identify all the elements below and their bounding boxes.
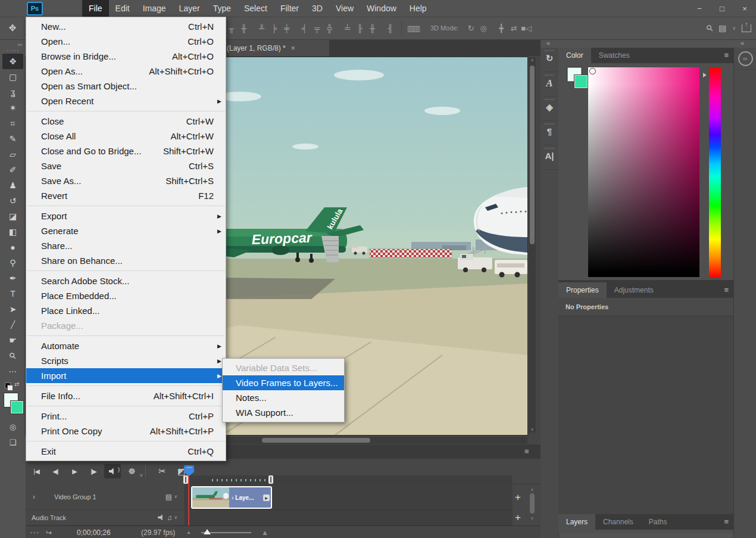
- menu-view[interactable]: View: [329, 0, 360, 17]
- add-video-track-button[interactable]: +: [511, 491, 524, 504]
- timeline-zoom-thumb[interactable]: [204, 529, 211, 534]
- work-area-end-handle[interactable]: [268, 475, 273, 484]
- default-colors-icon[interactable]: ⇄: [0, 380, 26, 392]
- 3d-roll-icon[interactable]: ◎: [477, 24, 490, 33]
- item-open-as[interactable]: Open As...Alt+Shift+Ctrl+O: [26, 64, 226, 79]
- color-panel-menu-icon[interactable]: ≡: [724, 51, 729, 60]
- collapse-panels-icon[interactable]: «: [546, 39, 550, 46]
- document-tab[interactable]: (Layer 1, RGB/8) * ×: [222, 40, 329, 56]
- transport-button[interactable]: [145, 465, 146, 478]
- timeline-menu-icon[interactable]: ≡: [524, 447, 529, 456]
- line-tool[interactable]: ╱: [2, 317, 23, 332]
- collapse-dock-icon[interactable]: «: [741, 39, 744, 46]
- video-group-header[interactable]: › Video Group 1 ▤ ∨: [26, 484, 185, 510]
- align-left-edges-icon[interactable]: ╞: [268, 24, 280, 33]
- scroll-down-icon[interactable]: ∨: [529, 427, 536, 432]
- distribute-top-icon[interactable]: ╤: [311, 24, 323, 33]
- distribute-bottom-icon[interactable]: ╧: [341, 24, 354, 33]
- 3d-slide-icon[interactable]: ⇄: [508, 24, 520, 33]
- item-place-linked[interactable]: Place Linked...: [26, 303, 226, 318]
- spot-healing-brush-tool[interactable]: ▱: [2, 147, 23, 162]
- item-file-info[interactable]: File Info...Alt+Shift+Ctrl+I: [26, 388, 226, 403]
- minimize-button[interactable]: −: [688, 0, 711, 17]
- character-panel-icon[interactable]: A: [541, 72, 558, 97]
- item-close-and-go-to-bridge[interactable]: Close and Go to Bridge...Shift+Ctrl+W: [26, 144, 226, 158]
- filmstrip-icon[interactable]: ▤: [165, 493, 172, 501]
- music-note-icon[interactable]: ♫: [167, 514, 172, 522]
- item-open-as-smart-object[interactable]: Open as Smart Object...: [26, 79, 226, 94]
- color-picker-ring[interactable]: [589, 68, 596, 74]
- background-color-swatch[interactable]: [11, 401, 23, 413]
- maximize-button[interactable]: □: [711, 0, 733, 17]
- timeline-zoom-in-icon[interactable]: ▲: [261, 526, 268, 538]
- 3d-camera-icon[interactable]: ■◁: [520, 24, 533, 33]
- menu-edit[interactable]: Edit: [109, 0, 136, 17]
- move-tool[interactable]: ✥: [2, 54, 23, 69]
- blur-tool[interactable]: ●: [2, 240, 23, 255]
- timeline-zoom-out-icon[interactable]: ▲: [186, 526, 191, 538]
- layers-panel-menu-icon[interactable]: ≡: [724, 517, 729, 526]
- cut-frames-button[interactable]: ✂: [154, 464, 170, 478]
- align-right-edges-icon[interactable]: ╡: [298, 24, 311, 33]
- creative-cloud-icon[interactable]: ∞: [738, 51, 753, 66]
- video-options-caret-icon[interactable]: ∨: [174, 494, 177, 499]
- background-color-well[interactable]: [574, 75, 588, 88]
- align-top-edges-icon[interactable]: ╥: [225, 24, 238, 33]
- play-button[interactable]: ▶: [66, 464, 83, 478]
- rectangular-marquee-tool[interactable]: ▢: [2, 69, 23, 85]
- align-bottom-edges-icon[interactable]: ╨: [255, 24, 268, 33]
- toolbar-expand-icon[interactable]: »»: [0, 39, 26, 48]
- item-browse-in-bridge[interactable]: Browse in Bridge...Alt+Ctrl+O: [26, 49, 226, 64]
- item-save[interactable]: SaveCtrl+S: [26, 158, 226, 173]
- scroll-up-icon[interactable]: ∧: [529, 58, 536, 63]
- frame-grid-icon[interactable]: ▫▫▫: [30, 526, 40, 538]
- timeline-settings-button[interactable]: ☸: [123, 464, 140, 478]
- item-open[interactable]: Open...Ctrl+O: [26, 34, 226, 49]
- item-video-frames-to-layers[interactable]: Video Frames to Layers...: [223, 375, 344, 390]
- item-place-embedded[interactable]: Place Embedded...: [26, 288, 226, 303]
- timeline-scroll-down-icon[interactable]: ∨: [529, 516, 536, 521]
- type-tool[interactable]: T: [2, 286, 23, 301]
- distribute-vertical-centers-icon[interactable]: ╬: [323, 24, 336, 33]
- timeline-scrollbar[interactable]: ∧ ∨: [529, 484, 536, 525]
- align-horizontal-centers-icon[interactable]: ╪: [280, 24, 293, 33]
- pen-tool[interactable]: ✒: [2, 270, 23, 286]
- audio-track-lane[interactable]: [185, 510, 513, 525]
- item-save-as[interactable]: Save As...Shift+Ctrl+S: [26, 173, 226, 188]
- distribute-spacing-icon[interactable]: ▥▥: [407, 24, 420, 33]
- expand-chevron-icon[interactable]: ›: [33, 493, 35, 501]
- quick-selection-tool[interactable]: ✶: [2, 100, 23, 116]
- timeline-scroll-thumb[interactable]: [530, 493, 535, 514]
- distribute-horizontal-centers-icon[interactable]: ╫: [366, 24, 379, 33]
- item-open-recent[interactable]: Open Recent▶: [26, 94, 226, 108]
- edit-toolbar-button[interactable]: ⋯: [2, 363, 23, 379]
- audio-track-header[interactable]: Audio Track ♫ ∨: [26, 510, 185, 525]
- item-share[interactable]: Share...: [26, 238, 226, 253]
- search-icon[interactable]: ⚲: [704, 23, 715, 34]
- share-icon[interactable]: ↑: [742, 24, 751, 32]
- item-new[interactable]: New...Ctrl+N: [26, 19, 226, 34]
- clip-chevron-icon[interactable]: ›: [232, 495, 233, 501]
- close-button[interactable]: ×: [733, 0, 756, 17]
- tab-layers[interactable]: Layers: [558, 514, 595, 530]
- hue-slider-arrow[interactable]: [703, 73, 707, 77]
- swap-colors-icon[interactable]: ⇄: [14, 381, 19, 387]
- paragraph-panel-icon[interactable]: ¶: [541, 121, 558, 145]
- item-close-all[interactable]: Close AllAlt+Ctrl+W: [26, 129, 226, 144]
- item-exit[interactable]: ExitCtrl+Q: [26, 444, 226, 459]
- menu-type[interactable]: Type: [207, 0, 238, 17]
- item-automate[interactable]: Automate▶: [26, 338, 226, 353]
- lasso-tool[interactable]: ʓ: [2, 85, 23, 100]
- menu-help[interactable]: Help: [403, 0, 433, 17]
- item-wia-support[interactable]: WIA Support...: [223, 405, 344, 420]
- tab-adjustments[interactable]: Adjustments: [607, 282, 661, 298]
- distribute-left-icon[interactable]: ╟: [354, 24, 366, 33]
- tab-paths[interactable]: Paths: [641, 514, 675, 530]
- history-panel-icon[interactable]: ↻: [541, 48, 558, 72]
- item-scripts[interactable]: Scripts▶: [26, 353, 226, 368]
- align-vertical-centers-icon[interactable]: ╫: [238, 24, 250, 33]
- menu-image[interactable]: Image: [136, 0, 173, 17]
- toolbar-grip[interactable]: [7, 50, 18, 51]
- previous-frame-button[interactable]: ◀|: [47, 464, 64, 478]
- item-print-one-copy[interactable]: Print One CopyAlt+Shift+Ctrl+P: [26, 424, 226, 439]
